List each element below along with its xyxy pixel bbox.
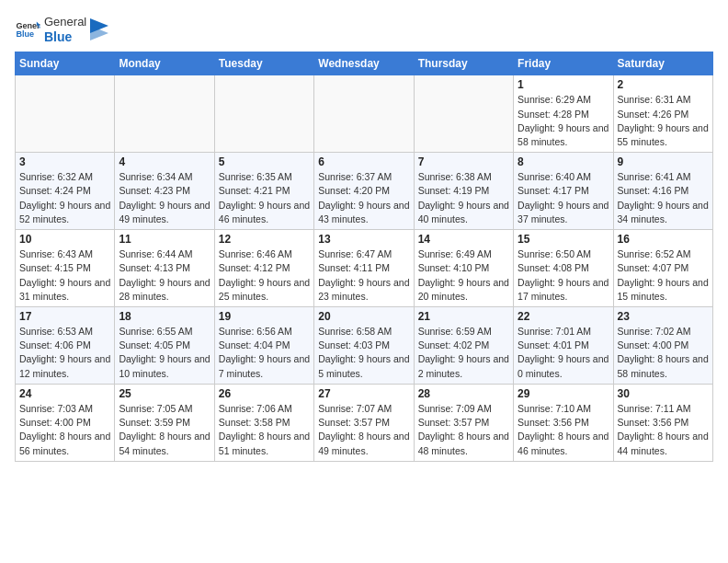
day-info: Sunrise: 7:11 AMSunset: 3:56 PMDaylight:…: [618, 402, 709, 458]
day-info: Sunrise: 6:40 AMSunset: 4:17 PMDaylight:…: [518, 170, 609, 226]
calendar-week-row: 17Sunrise: 6:53 AMSunset: 4:06 PMDayligh…: [16, 307, 713, 385]
day-of-week-header: Wednesday: [314, 52, 414, 75]
day-number: 28: [418, 387, 509, 400]
calendar-day-cell: 10Sunrise: 6:43 AMSunset: 4:15 PMDayligh…: [16, 230, 115, 307]
day-number: 11: [119, 233, 210, 246]
day-number: 8: [518, 155, 609, 168]
calendar-day-cell: 18Sunrise: 6:55 AMSunset: 4:05 PMDayligh…: [115, 307, 214, 385]
day-number: 19: [219, 310, 310, 323]
calendar-header-row: SundayMondayTuesdayWednesdayThursdayFrid…: [16, 52, 713, 75]
day-info: Sunrise: 6:37 AMSunset: 4:20 PMDaylight:…: [318, 170, 409, 226]
day-info: Sunrise: 7:06 AMSunset: 3:58 PMDaylight:…: [219, 402, 310, 458]
day-number: 17: [19, 310, 110, 323]
calendar-day-cell: 19Sunrise: 6:56 AMSunset: 4:04 PMDayligh…: [214, 307, 313, 385]
calendar-day-cell: 7Sunrise: 6:38 AMSunset: 4:19 PMDaylight…: [414, 153, 513, 230]
calendar-day-cell: 22Sunrise: 7:01 AMSunset: 4:01 PMDayligh…: [514, 307, 613, 385]
day-info: Sunrise: 6:53 AMSunset: 4:06 PMDaylight:…: [19, 325, 110, 381]
day-info: Sunrise: 6:34 AMSunset: 4:23 PMDaylight:…: [119, 170, 210, 226]
day-number: 27: [318, 387, 409, 400]
day-number: 22: [518, 310, 609, 323]
calendar-week-row: 10Sunrise: 6:43 AMSunset: 4:15 PMDayligh…: [16, 230, 713, 307]
day-info: Sunrise: 6:41 AMSunset: 4:16 PMDaylight:…: [618, 170, 709, 226]
day-info: Sunrise: 7:07 AMSunset: 3:57 PMDaylight:…: [318, 402, 409, 458]
day-info: Sunrise: 6:29 AMSunset: 4:28 PMDaylight:…: [518, 93, 609, 149]
day-info: Sunrise: 6:55 AMSunset: 4:05 PMDaylight:…: [119, 325, 210, 381]
calendar-week-row: 24Sunrise: 7:03 AMSunset: 4:00 PMDayligh…: [16, 384, 713, 461]
calendar-day-cell: [214, 75, 313, 153]
calendar-day-cell: 27Sunrise: 7:07 AMSunset: 3:57 PMDayligh…: [314, 384, 414, 461]
calendar-week-row: 1Sunrise: 6:29 AMSunset: 4:28 PMDaylight…: [16, 75, 713, 153]
day-number: 14: [418, 233, 509, 246]
calendar-day-cell: 8Sunrise: 6:40 AMSunset: 4:17 PMDaylight…: [514, 153, 613, 230]
day-info: Sunrise: 6:59 AMSunset: 4:02 PMDaylight:…: [418, 325, 509, 381]
day-number: 18: [119, 310, 210, 323]
calendar-day-cell: 3Sunrise: 6:32 AMSunset: 4:24 PMDaylight…: [16, 153, 115, 230]
day-of-week-header: Saturday: [613, 52, 712, 75]
day-info: Sunrise: 6:35 AMSunset: 4:21 PMDaylight:…: [219, 170, 310, 226]
day-number: 4: [119, 155, 210, 168]
logo-general-text: General: [44, 15, 86, 29]
day-info: Sunrise: 7:05 AMSunset: 3:59 PMDaylight:…: [119, 402, 210, 458]
calendar-day-cell: 9Sunrise: 6:41 AMSunset: 4:16 PMDaylight…: [613, 153, 712, 230]
calendar-body: 1Sunrise: 6:29 AMSunset: 4:28 PMDaylight…: [16, 75, 713, 461]
day-info: Sunrise: 6:38 AMSunset: 4:19 PMDaylight:…: [418, 170, 509, 226]
day-number: 1: [518, 78, 609, 91]
calendar-day-cell: 20Sunrise: 6:58 AMSunset: 4:03 PMDayligh…: [314, 307, 414, 385]
day-number: 6: [318, 155, 409, 168]
day-number: 29: [518, 387, 609, 400]
page-header: General Blue General Blue: [15, 15, 713, 44]
calendar-day-cell: 2Sunrise: 6:31 AMSunset: 4:26 PMDaylight…: [613, 75, 712, 153]
day-info: Sunrise: 6:47 AMSunset: 4:11 PMDaylight:…: [318, 247, 409, 304]
calendar-day-cell: 6Sunrise: 6:37 AMSunset: 4:20 PMDaylight…: [314, 153, 414, 230]
day-info: Sunrise: 6:56 AMSunset: 4:04 PMDaylight:…: [219, 325, 310, 381]
day-number: 10: [19, 233, 110, 246]
day-info: Sunrise: 7:03 AMSunset: 4:00 PMDaylight:…: [19, 402, 110, 458]
day-number: 5: [219, 155, 310, 168]
day-number: 23: [618, 310, 709, 323]
day-number: 21: [418, 310, 509, 323]
calendar-day-cell: 28Sunrise: 7:09 AMSunset: 3:57 PMDayligh…: [414, 384, 513, 461]
day-number: 9: [618, 155, 709, 168]
day-info: Sunrise: 7:09 AMSunset: 3:57 PMDaylight:…: [418, 402, 509, 458]
calendar-day-cell: [16, 75, 115, 153]
day-info: Sunrise: 6:50 AMSunset: 4:08 PMDaylight:…: [518, 247, 609, 304]
day-number: 3: [19, 155, 110, 168]
calendar-day-cell: [414, 75, 513, 153]
day-number: 20: [318, 310, 409, 323]
day-info: Sunrise: 6:49 AMSunset: 4:10 PMDaylight:…: [418, 247, 509, 304]
day-of-week-header: Sunday: [16, 52, 115, 75]
logo: General Blue General Blue: [15, 15, 108, 44]
day-info: Sunrise: 6:43 AMSunset: 4:15 PMDaylight:…: [19, 247, 110, 304]
calendar-day-cell: 23Sunrise: 7:02 AMSunset: 4:00 PMDayligh…: [613, 307, 712, 385]
day-info: Sunrise: 6:44 AMSunset: 4:13 PMDaylight:…: [119, 247, 210, 304]
calendar-day-cell: 29Sunrise: 7:10 AMSunset: 3:56 PMDayligh…: [514, 384, 613, 461]
calendar-day-cell: 14Sunrise: 6:49 AMSunset: 4:10 PMDayligh…: [414, 230, 513, 307]
logo-icon: General Blue: [15, 17, 40, 42]
day-info: Sunrise: 7:02 AMSunset: 4:00 PMDaylight:…: [618, 325, 709, 381]
day-info: Sunrise: 6:58 AMSunset: 4:03 PMDaylight:…: [318, 325, 409, 381]
calendar-day-cell: 30Sunrise: 7:11 AMSunset: 3:56 PMDayligh…: [613, 384, 712, 461]
calendar-day-cell: 11Sunrise: 6:44 AMSunset: 4:13 PMDayligh…: [115, 230, 214, 307]
logo-arrow-icon: [90, 18, 108, 40]
day-info: Sunrise: 6:52 AMSunset: 4:07 PMDaylight:…: [618, 247, 709, 304]
day-number: 30: [618, 387, 709, 400]
calendar-day-cell: 13Sunrise: 6:47 AMSunset: 4:11 PMDayligh…: [314, 230, 414, 307]
calendar-day-cell: 1Sunrise: 6:29 AMSunset: 4:28 PMDaylight…: [514, 75, 613, 153]
day-number: 7: [418, 155, 509, 168]
calendar-day-cell: 12Sunrise: 6:46 AMSunset: 4:12 PMDayligh…: [214, 230, 313, 307]
day-info: Sunrise: 7:10 AMSunset: 3:56 PMDaylight:…: [518, 402, 609, 458]
day-number: 13: [318, 233, 409, 246]
calendar-day-cell: 24Sunrise: 7:03 AMSunset: 4:00 PMDayligh…: [16, 384, 115, 461]
calendar-day-cell: [314, 75, 414, 153]
calendar-day-cell: 26Sunrise: 7:06 AMSunset: 3:58 PMDayligh…: [214, 384, 313, 461]
day-number: 16: [618, 233, 709, 246]
day-info: Sunrise: 7:01 AMSunset: 4:01 PMDaylight:…: [518, 325, 609, 381]
calendar-day-cell: 15Sunrise: 6:50 AMSunset: 4:08 PMDayligh…: [514, 230, 613, 307]
day-number: 24: [19, 387, 110, 400]
day-of-week-header: Friday: [514, 52, 613, 75]
calendar-day-cell: 21Sunrise: 6:59 AMSunset: 4:02 PMDayligh…: [414, 307, 513, 385]
calendar-day-cell: [115, 75, 214, 153]
day-number: 26: [219, 387, 310, 400]
calendar-day-cell: 4Sunrise: 6:34 AMSunset: 4:23 PMDaylight…: [115, 153, 214, 230]
day-number: 25: [119, 387, 210, 400]
